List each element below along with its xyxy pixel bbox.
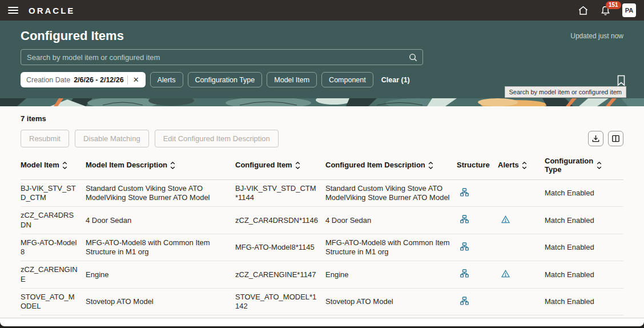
cell-structure[interactable] [457,179,498,207]
cell-structure[interactable] [457,288,498,315]
disable-matching-button[interactable]: Disable Matching [75,130,149,147]
structure-icon [460,297,469,305]
sort-icon[interactable] [62,162,67,169]
search-icon [408,53,418,62]
cell-configuration-type: Match Enabled [545,234,623,261]
cell-model-item-description: Standard Custom Viking Stove ATO ModelVi… [86,179,235,207]
table-row[interactable]: MFG-ATO-Model8MFG-ATO-Model8 with Common… [21,234,623,261]
cell-configured-item: MFG-ATO-Model8*1145 [235,234,325,261]
sort-icon[interactable] [597,162,602,169]
home-button[interactable] [578,5,589,16]
items-count: 7 items [21,114,623,123]
page: ORACLE 151 PA Configured Items Updated j… [0,0,644,328]
search-button[interactable] [408,53,418,62]
column-header-model-item-description[interactable]: Model Item Description [86,152,235,179]
column-header-configured-item[interactable]: Configured Item [235,152,325,179]
structure-icon [460,188,469,197]
chip-value: 2/6/26 - 2/12/26 [74,76,124,84]
table-row[interactable]: zCZ_CARENGINEEnginezCZ_CARENGINE*1147Eng… [21,261,623,289]
sort-icon[interactable] [428,162,433,169]
sort-icon[interactable] [170,162,175,169]
main-content: 7 items Resubmit Disable Matching Edit C… [0,106,644,318]
cell-alerts[interactable] [498,288,545,315]
cell-alerts[interactable] [498,261,545,289]
cell-configured-item: zCZ_CARENGINE*1147 [235,261,325,289]
alert-warning-icon [501,215,510,223]
filter-bar: Creation Date 2/6/26 - 2/12/26 ✕ Alerts … [21,72,623,87]
close-icon: ✕ [133,75,139,84]
download-icon [591,134,600,143]
cell-model-item: MFG-ATO-Model8 [21,234,86,261]
filter-chip-creation-date[interactable]: Creation Date 2/6/26 - 2/12/26 ✕ [21,72,146,87]
download-button[interactable] [588,131,603,146]
cell-configured-item-description: MFG-ATO-Model8 with Common Item Structur… [325,234,457,261]
configured-items-table: Model Item Model Item Description Config… [21,152,623,318]
column-header-configured-item-description[interactable]: Configured Item Description [325,152,457,179]
column-header-configuration-type[interactable]: Configuration Type [545,152,623,179]
structure-icon [460,215,469,223]
cell-configured-item-description: Stovetop ATO Model [325,288,457,315]
filter-chip-component[interactable]: Component [321,72,373,87]
resubmit-button[interactable]: Resubmit [21,130,69,147]
edit-configured-item-description-button[interactable]: Edit Configured Item Description [155,130,279,147]
structure-icon [460,242,469,251]
column-header-structure: Structure [457,152,498,179]
chip-divider [127,75,128,85]
cell-structure[interactable] [457,261,498,289]
sort-icon[interactable] [522,162,527,169]
cell-model-item: zCZ_CARENGINE [21,261,86,289]
updated-status: Updated just now [570,32,623,40]
table-row[interactable]: STOVE_ATO_MODELStovetop ATO ModelSTOVE_A… [21,288,623,315]
filter-chip-alerts[interactable]: Alerts [150,72,183,87]
columns-button[interactable] [608,131,623,146]
cell-model-item-description: Stovetop ATO Model [86,288,235,315]
home-icon [578,5,589,16]
structure-icon [460,269,469,278]
search-input[interactable] [27,53,408,62]
notifications-button[interactable]: 151 [600,5,611,16]
cell-model-item: zCZ_CAR4DRSDN [21,207,86,234]
cell-alerts[interactable] [498,179,545,207]
hamburger-icon [8,7,18,8]
cell-model-item-description: 4 Door Sedan [86,207,235,234]
cell-model-item-description: MFG-ATO-Model8 with Common Item Structur… [86,234,235,261]
table-row[interactable]: zCZ_CAR4DRSDN4 Door SedanzCZ_CAR4DRSDN*1… [21,207,623,234]
cell-configuration-type: Match Enabled [545,179,623,207]
cell-configured-item-description: Engine [325,261,457,289]
cell-configured-item-description: 4 Door Sedan [325,207,457,234]
chip-label: Creation Date [26,76,70,84]
cell-configured-item: zCZ_CAR4DRSDN*1146 [235,207,325,234]
clear-filters-button[interactable]: Clear (1) [381,76,410,84]
bookmark-icon [617,75,626,86]
menu-button[interactable] [8,7,18,14]
filter-chip-model-item[interactable]: Model Item [267,72,317,87]
cell-configuration-type: Match Enabled [545,288,623,315]
cell-model-item: BJ-VIK_STV_STD_CTM [21,179,86,207]
page-title: Configured Items [21,29,124,43]
chip-remove-button[interactable]: ✕ [131,75,141,85]
avatar[interactable]: PA [622,3,636,17]
top-bar: ORACLE 151 PA [0,0,644,21]
notification-badge: 151 [606,1,621,9]
cell-configured-item-description: Standard Custom Viking Stove ATO ModelVi… [325,179,457,207]
column-header-alerts[interactable]: Alerts [498,152,545,179]
table-toolbar: Resubmit Disable Matching Edit Configure… [21,130,623,147]
search-tooltip: Search by model item or configured item [505,86,626,98]
search-bar [21,49,423,65]
columns-icon [611,134,620,143]
table-row[interactable]: BJ-VIK_STV_STD_CTMStandard Custom Viking… [21,179,623,207]
cell-structure[interactable] [457,207,498,234]
alert-warning-icon [501,270,510,278]
cell-alerts[interactable] [498,207,545,234]
cell-alerts[interactable] [498,234,545,261]
cell-configured-item: STOVE_ATO_MODEL*1142 [235,288,325,315]
sort-icon[interactable] [295,162,300,169]
table-header-row: Model Item Model Item Description Config… [21,152,623,179]
cell-configured-item: BJ-VIK_STV_STD_CTM*1144 [235,179,325,207]
filter-chip-configuration-type[interactable]: Configuration Type [188,72,263,87]
cell-structure[interactable] [457,234,498,261]
cell-configuration-type: Match Enabled [545,207,623,234]
column-header-model-item[interactable]: Model Item [21,152,86,179]
cell-model-item: STOVE_ATO_MODEL [21,288,86,315]
horizontal-scrollbar[interactable] [0,318,644,326]
